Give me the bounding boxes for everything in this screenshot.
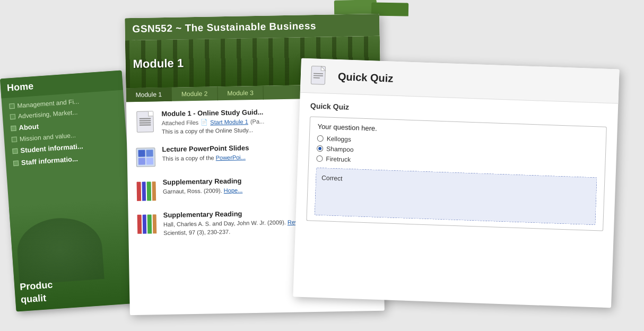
- book-green-2: [147, 215, 152, 234]
- study-guide-title: Module 1 - Online Study Guid...: [161, 108, 264, 118]
- books-icon-2: [137, 212, 158, 236]
- left-card: Home Management and Fi... Advertising, M…: [0, 71, 138, 312]
- doc-line-2: [140, 120, 151, 121]
- banner-module-title: Module 1: [133, 56, 184, 71]
- checkbox-icon-mgmt: [9, 103, 15, 109]
- quiz-option-firetruck-label: Firetruck: [326, 155, 351, 163]
- ppt-desc: This is a copy of the PowerPoi...: [162, 154, 249, 163]
- radio-kelloggs[interactable]: [317, 135, 324, 142]
- checkbox-icon-staff: [13, 160, 19, 166]
- tab-module-3[interactable]: Module 3: [217, 86, 264, 101]
- ppt-title: Lecture PowerPoint Slides: [162, 144, 249, 154]
- people-silhouette: [15, 215, 105, 285]
- overlay-line1: Produc: [20, 279, 53, 294]
- quiz-question-box: Your question here. Kelloggs Shampoo Fir…: [306, 116, 607, 231]
- tab-module-2-label: Module 2: [181, 90, 208, 98]
- attached-suffix: (Pa...: [250, 118, 265, 124]
- ppt-cell-3: [138, 158, 145, 165]
- reading1-title: Supplementary Reading: [162, 177, 242, 187]
- tab-module-3-label: Module 3: [227, 89, 254, 97]
- radio-firetruck[interactable]: [316, 155, 323, 162]
- book-blue: [142, 182, 146, 201]
- document-icon: [136, 111, 154, 133]
- books-icon-1: [136, 179, 156, 203]
- book-blue-2: [142, 215, 146, 234]
- quiz-body: Quick Quiz Your question here. Kelloggs …: [295, 93, 619, 240]
- left-card-overlay: Produc qualit: [20, 279, 54, 306]
- course-title: GSN552 ~ The Sustainable Business: [132, 20, 316, 34]
- ppt-cell-2: [146, 150, 153, 157]
- study-guide-text: Module 1 - Online Study Guid... Attached…: [161, 108, 264, 136]
- start-module-link[interactable]: Start Module 1: [210, 118, 248, 125]
- ppt-icon-container: [135, 146, 156, 170]
- book-orange-2: [152, 215, 156, 234]
- book-red-2: [137, 215, 142, 234]
- quiz-header-title: Quick Quiz: [337, 71, 393, 85]
- tab-module-1[interactable]: Module 1: [126, 88, 172, 102]
- quiz-correct-label: Correct: [321, 174, 343, 182]
- doc-line-3: [140, 122, 151, 123]
- ppt-icon: [136, 148, 155, 168]
- quiz-option-shampoo-label: Shampoo: [326, 145, 354, 153]
- attached-files: Attached Files 📄 Start Module 1 (Pa...: [161, 118, 264, 126]
- quiz-doc-svg: [309, 65, 330, 86]
- doc-line-1: [139, 118, 151, 119]
- ppt-cell-1: [138, 150, 145, 157]
- quiz-icon: [309, 65, 330, 86]
- doc-lines: [139, 118, 151, 126]
- nav-label-staff: Staff informatio...: [21, 155, 79, 167]
- checkbox-icon-mission: [12, 137, 18, 143]
- left-card-nav: Management and Fi... Advertising, Market…: [2, 90, 128, 173]
- attached-label: Attached Files: [161, 119, 198, 126]
- book-red: [137, 182, 141, 201]
- svg-line-2: [314, 73, 323, 74]
- reading1-desc: Garnaut, Ross. (2009). Hope...: [163, 187, 243, 196]
- checkbox-icon-student: [12, 148, 18, 154]
- radio-shampoo[interactable]: [317, 145, 323, 152]
- books-stack-1: [136, 180, 156, 202]
- checkbox-icon-adv: [10, 114, 16, 120]
- doc-line-4: [140, 124, 151, 125]
- study-guide-desc: This is a copy of the Online Study...: [162, 126, 265, 136]
- ppt-link[interactable]: PowerPoi...: [216, 154, 246, 161]
- reading1-link[interactable]: Hope...: [224, 187, 243, 194]
- left-card-image: Produc qualit: [9, 197, 138, 312]
- overlay-line2: qualit: [20, 291, 54, 306]
- books-stack-2: [137, 213, 157, 234]
- book-orange: [152, 182, 156, 201]
- tab-module-2[interactable]: Module 2: [172, 86, 218, 101]
- left-card-title: Home: [6, 81, 33, 93]
- ppt-text: Lecture PowerPoint Slides This is a copy…: [162, 144, 249, 163]
- quiz-answer-box: Correct: [315, 168, 597, 225]
- reading1-text: Supplementary Reading Garnaut, Ross. (20…: [162, 177, 242, 196]
- nav-label-about: About: [19, 123, 39, 132]
- tab-module-1-label: Module 1: [136, 91, 162, 99]
- checkbox-icon-about: [11, 125, 16, 131]
- ppt-cell-4: [146, 158, 153, 165]
- radio-shampoo-selected: [318, 147, 321, 150]
- book-green: [147, 182, 151, 201]
- study-guide-icon: [135, 110, 155, 134]
- quiz-option-kelloggs-label: Kelloggs: [327, 135, 351, 143]
- svg-line-3: [314, 75, 323, 76]
- right-card: Quick Quiz Quick Quiz Your question here…: [293, 58, 619, 308]
